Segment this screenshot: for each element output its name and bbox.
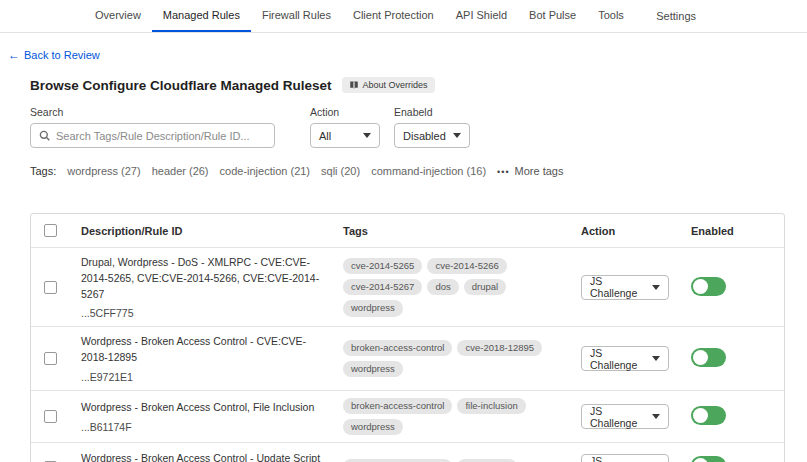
tag-pill: cve-2014-5267 xyxy=(343,279,422,295)
tab-api-shield[interactable]: API Shield xyxy=(445,0,518,32)
tag-link-wordpress[interactable]: wordpress (27) xyxy=(67,165,140,177)
tag-pill: file-inclusion xyxy=(457,398,525,414)
page-title: Browse Configure Cloudflare Managed Rule… xyxy=(30,78,332,93)
tag-link-sqli[interactable]: sqli (20) xyxy=(321,165,360,177)
tab-label: Settings xyxy=(656,10,696,22)
book-icon xyxy=(349,80,359,90)
action-label: Action xyxy=(310,106,380,118)
back-link-label: Back to Review xyxy=(24,49,100,61)
tab-tools[interactable]: Tools xyxy=(587,0,635,32)
tab-label: Client Protection xyxy=(353,9,434,21)
tab-client-protection[interactable]: Client Protection xyxy=(342,0,445,32)
ellipsis-icon xyxy=(497,165,509,177)
search-filter: Search xyxy=(30,106,275,148)
tab-firewall-rules[interactable]: Firewall Rules xyxy=(251,0,342,32)
enabled-filter: Enabeld Disabled xyxy=(394,106,470,148)
enabled-toggle[interactable] xyxy=(691,406,726,425)
rule-description: Wordpress - Broken Access Control, File … xyxy=(81,400,329,416)
action-select[interactable]: JS Challenge xyxy=(581,454,669,462)
tab-bot-pulse[interactable]: Bot Pulse xyxy=(518,0,587,32)
table-row: Drupal, Wordpress - DoS - XMLRPC - CVE:C… xyxy=(31,248,784,327)
action-select-value: JS Challenge xyxy=(590,275,646,299)
about-overrides-badge[interactable]: About Overrides xyxy=(342,77,435,93)
more-tags-label: More tags xyxy=(515,165,564,177)
tags-bar: Tags: wordpress (27) header (26) code-in… xyxy=(30,165,807,177)
chevron-down-icon xyxy=(363,133,371,138)
more-tags-button[interactable]: More tags xyxy=(497,165,563,177)
tab-label: Bot Pulse xyxy=(529,9,576,21)
tags-bar-label: Tags: xyxy=(30,165,56,177)
rule-id: ...E9721E1 xyxy=(81,371,329,383)
tag-pill: cve-2018-12895 xyxy=(457,340,542,356)
select-all-checkbox[interactable] xyxy=(44,224,57,237)
tag-link-code-injection[interactable]: code-injection (21) xyxy=(220,165,311,177)
tag-pill: cve-2014-5265 xyxy=(343,258,422,274)
enabled-toggle[interactable] xyxy=(691,348,726,367)
search-box xyxy=(30,123,275,148)
rule-id: ...B61174F xyxy=(81,421,329,433)
top-nav: Overview Managed Rules Firewall Rules Cl… xyxy=(0,0,807,33)
enabled-toggle[interactable] xyxy=(691,277,726,296)
tab-label: Tools xyxy=(598,9,624,21)
tab-label: Overview xyxy=(95,9,141,21)
rule-tags: cve-2014-5265cve-2014-5266cve-2014-5267d… xyxy=(343,258,581,317)
action-select-value: JS Challenge xyxy=(590,455,646,462)
enabled-toggle[interactable] xyxy=(691,456,726,462)
tag-pill: wordpress xyxy=(343,419,403,435)
rule-description: Wordpress - Broken Access Control - Upda… xyxy=(81,451,329,462)
row-checkbox[interactable] xyxy=(44,352,57,365)
back-link[interactable]: Back to Review xyxy=(8,48,100,62)
search-input[interactable] xyxy=(56,130,266,142)
action-select[interactable]: JS Challenge xyxy=(581,404,669,429)
table-row: Wordpress - Broken Access Control, File … xyxy=(31,391,784,444)
row-checkbox[interactable] xyxy=(44,281,57,294)
chevron-down-icon xyxy=(652,285,660,290)
tab-label: Firewall Rules xyxy=(262,9,331,21)
tag-pill: wordpress xyxy=(343,300,403,316)
tag-link-header[interactable]: header (26) xyxy=(152,165,209,177)
action-filter: Action All xyxy=(310,106,380,148)
enabled-label: Enabeld xyxy=(394,106,470,118)
tag-link-command-injection[interactable]: command-injection (16) xyxy=(371,165,486,177)
enabled-filter-select[interactable]: Disabled xyxy=(394,123,470,148)
tag-pill: broken-access-control xyxy=(343,398,452,414)
arrow-left-icon xyxy=(8,48,20,62)
row-checkbox[interactable] xyxy=(44,410,57,423)
rule-description: Drupal, Wordpress - DoS - XMLRPC - CVE:C… xyxy=(81,255,329,302)
enabled-filter-value: Disabled xyxy=(403,130,446,142)
rule-id: ...5CFF775 xyxy=(81,307,329,319)
toggle-knob xyxy=(693,350,708,365)
about-overrides-label: About Overrides xyxy=(363,80,428,90)
rules-table: Description/Rule ID Tags Action Enabled … xyxy=(30,213,785,462)
tag-pill: drupal xyxy=(464,279,506,295)
chevron-down-icon xyxy=(652,356,660,361)
rule-tags: broken-access-controlcve-2018-12895wordp… xyxy=(343,340,581,378)
action-select-value: JS Challenge xyxy=(590,405,646,429)
header-tags: Tags xyxy=(343,225,581,237)
table-row: Wordpress - Broken Access Control - Upda… xyxy=(31,443,784,462)
header-description: Description/Rule ID xyxy=(81,225,343,237)
tab-settings[interactable]: Settings xyxy=(645,0,707,32)
tag-pill: wordpress xyxy=(343,361,403,377)
header-action: Action xyxy=(581,225,691,237)
action-select[interactable]: JS Challenge xyxy=(581,275,669,300)
table-header-row: Description/Rule ID Tags Action Enabled xyxy=(31,214,784,248)
action-select-value: JS Challenge xyxy=(590,347,646,371)
search-label: Search xyxy=(30,106,275,118)
chevron-down-icon xyxy=(453,133,461,138)
toggle-knob xyxy=(693,458,708,462)
filters-row: Search Action All Enabeld Disabled xyxy=(30,106,807,148)
tab-label: Managed Rules xyxy=(163,9,240,21)
action-filter-select[interactable]: All xyxy=(310,123,380,148)
action-filter-value: All xyxy=(319,130,331,142)
rule-tags: broken-access-controlfile-inclusionwordp… xyxy=(343,398,581,436)
tag-pill: broken-access-control xyxy=(343,340,452,356)
tab-managed-rules[interactable]: Managed Rules xyxy=(152,0,251,32)
action-select[interactable]: JS Challenge xyxy=(581,346,669,371)
tag-pill: cve-2014-5266 xyxy=(427,258,506,274)
tab-overview[interactable]: Overview xyxy=(84,0,152,32)
toggle-knob xyxy=(693,408,708,423)
search-icon xyxy=(39,127,50,145)
chevron-down-icon xyxy=(652,414,660,419)
tab-label: API Shield xyxy=(456,9,507,21)
